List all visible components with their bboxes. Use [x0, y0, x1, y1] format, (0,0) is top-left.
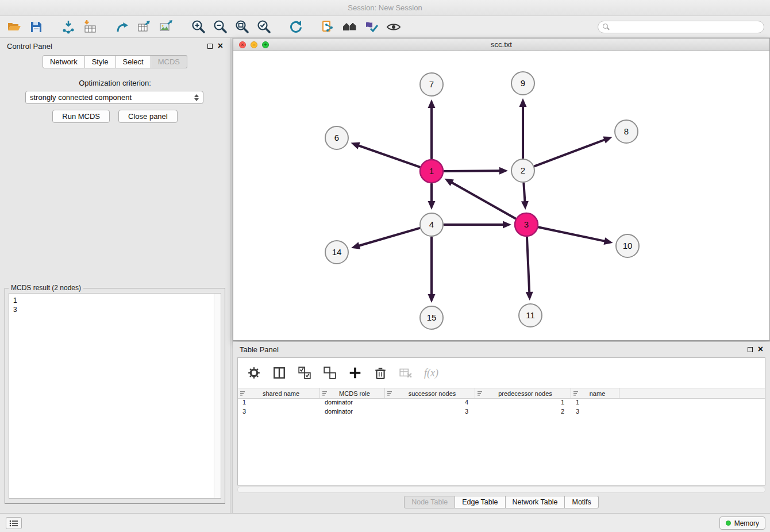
memory-button[interactable]: Memory: [719, 516, 765, 530]
import-network-file-button[interactable]: [60, 18, 77, 36]
new-table-button[interactable]: [136, 18, 153, 36]
zoom-selected-button[interactable]: [255, 18, 272, 36]
table-settings-button[interactable]: [247, 366, 261, 380]
select-all-columns-button[interactable]: [298, 366, 311, 380]
apply-style-button[interactable]: [363, 18, 380, 36]
import-table-file-button[interactable]: [82, 18, 99, 36]
refresh-view-button[interactable]: [287, 18, 305, 36]
close-window-button[interactable]: ×: [239, 41, 246, 48]
table-horizontal-scrollbar[interactable]: [237, 487, 765, 493]
delete-table-button[interactable]: [399, 366, 413, 380]
tab-motifs[interactable]: Motifs: [565, 496, 598, 508]
table-row[interactable]: 3dominator323: [238, 408, 765, 417]
show-columns-button[interactable]: [272, 366, 286, 380]
table-cell[interactable]: 3: [385, 408, 475, 417]
svg-text:3: 3: [524, 219, 529, 229]
network-edge-4-15[interactable]: [428, 237, 436, 303]
open-session-button[interactable]: [6, 18, 23, 36]
mcds-result-area[interactable]: 1 3: [9, 293, 221, 499]
delete-column-button[interactable]: [374, 366, 387, 380]
table-cell[interactable]: 1: [475, 399, 571, 408]
table-cell[interactable]: 1: [571, 399, 619, 408]
network-node-14[interactable]: 14: [325, 241, 348, 264]
zoom-in-button[interactable]: [190, 18, 207, 36]
column-header-predecessor-nodes[interactable]: predecessor nodes: [475, 388, 571, 398]
network-edge-3-11[interactable]: [526, 237, 533, 300]
table-cell[interactable]: dominator: [320, 408, 385, 417]
network-edge-2-3[interactable]: [521, 183, 529, 210]
network-node-3[interactable]: 3: [515, 213, 538, 236]
zoom-fit-button[interactable]: [233, 18, 251, 36]
tab-network[interactable]: Network: [43, 55, 85, 68]
column-header-successor-nodes[interactable]: successor nodes: [385, 388, 475, 398]
tab-node-table[interactable]: Node Table: [404, 496, 455, 508]
network-edge-1-4[interactable]: [428, 184, 436, 210]
network-node-7[interactable]: 7: [420, 73, 443, 96]
network-node-8[interactable]: 8: [615, 120, 638, 143]
float-table-panel-icon[interactable]: [748, 347, 753, 352]
home-layout-button[interactable]: [341, 18, 359, 36]
network-edge-2-8[interactable]: [535, 136, 613, 166]
close-panel-button[interactable]: Close panel: [118, 110, 178, 123]
network-edge-1-6[interactable]: [351, 142, 420, 167]
panel-list-button[interactable]: [6, 517, 22, 529]
columns-icon: [272, 366, 286, 380]
export-image-button[interactable]: [157, 18, 175, 36]
table-cell[interactable]: 1: [238, 399, 320, 408]
column-header-shared-name[interactable]: shared name: [238, 388, 320, 398]
save-session-button[interactable]: [28, 18, 45, 36]
zoom-out-button[interactable]: [211, 18, 229, 36]
svg-text:6: 6: [334, 133, 339, 142]
tab-select[interactable]: Select: [116, 55, 151, 68]
tab-network-table[interactable]: Network Table: [506, 496, 565, 508]
network-node-4[interactable]: 4: [420, 213, 443, 236]
close-panel-icon[interactable]: ×: [218, 41, 223, 51]
network-window-titlebar[interactable]: × − + scc.txt: [233, 38, 769, 51]
tab-edge-table[interactable]: Edge Table: [455, 496, 505, 508]
network-node-6[interactable]: 6: [325, 126, 348, 149]
network-node-15[interactable]: 15: [420, 306, 443, 329]
table-cell[interactable]: 4: [385, 399, 475, 408]
new-network-button[interactable]: [114, 18, 131, 36]
column-header-name[interactable]: name: [571, 388, 619, 398]
deselect-all-columns-button[interactable]: [323, 366, 337, 380]
criterion-select[interactable]: strongly connected component: [25, 91, 203, 104]
network-edge-1-7[interactable]: [428, 99, 436, 159]
network-edge-1-2[interactable]: [444, 167, 508, 175]
network-overview-button[interactable]: [319, 18, 337, 36]
network-edge-2-9[interactable]: [519, 98, 527, 158]
function-builder-button[interactable]: f(x): [424, 367, 438, 379]
minimize-window-button[interactable]: −: [251, 41, 257, 48]
memory-label: Memory: [734, 519, 759, 527]
network-edge-3-1[interactable]: [445, 179, 515, 218]
column-header-MCDS-role[interactable]: MCDS role: [320, 388, 385, 398]
network-node-10[interactable]: 10: [616, 234, 639, 257]
memory-status-icon: [726, 521, 731, 526]
network-edge-3-10[interactable]: [539, 228, 613, 245]
close-table-panel-icon[interactable]: ×: [758, 345, 763, 354]
search-icon: [603, 24, 610, 30]
table-cell[interactable]: 3: [238, 408, 320, 417]
network-search-input[interactable]: [598, 21, 764, 33]
float-panel-icon[interactable]: [207, 44, 213, 49]
tab-mcds[interactable]: MCDS: [151, 55, 187, 68]
network-edge-4-3[interactable]: [444, 221, 511, 229]
table-cell[interactable]: 2: [475, 408, 571, 417]
table-cell[interactable]: dominator: [320, 399, 385, 408]
show-graphics-details-button[interactable]: [385, 18, 402, 36]
scrollbar[interactable]: [214, 294, 221, 498]
network-canvas[interactable]: 7968124310141511: [233, 51, 769, 340]
delete-table-icon: [399, 366, 413, 380]
network-node-1[interactable]: 1: [420, 160, 443, 183]
table-cell[interactable]: 3: [571, 408, 619, 417]
run-mcds-button[interactable]: Run MCDS: [52, 110, 110, 123]
tab-style[interactable]: Style: [85, 55, 116, 68]
network-node-9[interactable]: 9: [511, 72, 534, 95]
maximize-window-button[interactable]: +: [262, 41, 269, 48]
table-row[interactable]: 1dominator411: [238, 399, 765, 408]
create-column-button[interactable]: [348, 366, 362, 380]
network-node-2[interactable]: 2: [511, 159, 534, 182]
network-edge-4-14[interactable]: [351, 228, 419, 249]
network-node-11[interactable]: 11: [519, 304, 542, 327]
table-panel-title: Table Panel: [240, 345, 279, 354]
